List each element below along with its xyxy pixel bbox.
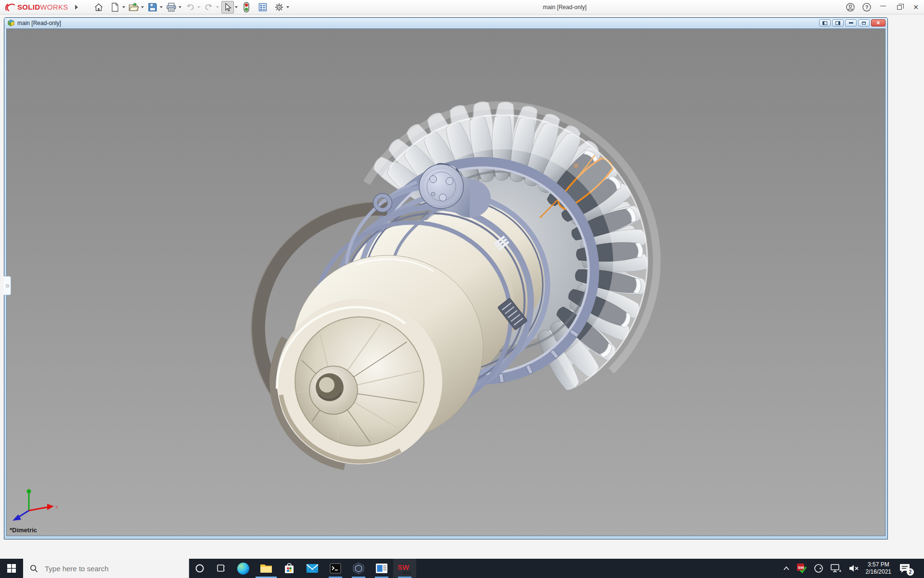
logo-text-solid: SOLID [17, 3, 40, 11]
undo-icon [185, 2, 195, 12]
svg-text:2021: 2021 [402, 571, 411, 575]
file-properties-icon [258, 2, 268, 12]
report-window-icon [375, 563, 388, 574]
cortana-button[interactable] [189, 559, 210, 578]
open-button[interactable] [128, 1, 140, 13]
doc-minimize-button[interactable] [845, 19, 857, 26]
select-cursor-icon [223, 2, 232, 12]
undo-button[interactable] [184, 1, 196, 13]
solidworks-logo-mark [5, 2, 15, 12]
print-dropdown[interactable] [179, 6, 181, 8]
help-icon: ? [862, 2, 872, 12]
taskbar-clock[interactable]: 3:57 PM 2/16/2021 [866, 561, 891, 576]
rebuild-traffic-light-icon [243, 2, 250, 13]
doc-pane-right-button[interactable] [832, 19, 844, 26]
taskbar-app-store[interactable] [278, 559, 301, 578]
save-dropdown[interactable] [160, 6, 163, 8]
windows-taskbar: SW 2021 SW 3:57 PM 2 [0, 559, 924, 578]
notification-badge: 2 [907, 568, 914, 576]
rebuild-button[interactable] [240, 1, 253, 13]
search-input[interactable] [44, 564, 164, 573]
file-properties-button[interactable] [257, 1, 269, 13]
restore-button[interactable] [891, 0, 908, 14]
home-button[interactable] [92, 1, 105, 13]
pane-right-icon [835, 21, 840, 25]
featuremanager-flyout-tab[interactable] [4, 276, 11, 295]
options-button[interactable] [273, 1, 285, 13]
document-window-controls: ✕ [819, 19, 886, 26]
minimize-button[interactable]: — [875, 0, 891, 14]
doc-pane-left-button[interactable] [819, 19, 831, 26]
clock-time: 3:57 PM [866, 561, 891, 568]
doc-restore-button[interactable] [858, 19, 870, 26]
taskbar-app-dev-hexagon[interactable] [347, 559, 370, 578]
task-view-button[interactable] [210, 559, 231, 578]
open-dropdown[interactable] [141, 6, 144, 8]
help-button[interactable]: ? [859, 0, 875, 14]
doc-close-icon: ✕ [876, 20, 880, 26]
app-window-title: main [Read-only] [543, 0, 587, 14]
redo-icon [204, 2, 214, 12]
assembly-document-icon [7, 19, 15, 27]
print-button[interactable] [165, 1, 178, 13]
taskbar-app-solidworks[interactable]: SW 2021 [393, 559, 416, 578]
doc-close-button[interactable]: ✕ [871, 19, 886, 26]
undo-dropdown[interactable] [197, 6, 200, 8]
windows-logo-icon [7, 564, 16, 573]
save-button[interactable] [146, 1, 159, 13]
svg-text:SW: SW [798, 565, 804, 570]
redo-button[interactable] [203, 1, 215, 13]
taskbar-search[interactable] [23, 559, 189, 578]
pane-left-icon [822, 21, 827, 25]
home-icon [94, 2, 103, 12]
new-file-dropdown[interactable] [122, 6, 125, 8]
system-tray: SW 3:57 PM 2/16/2021 [783, 559, 924, 578]
volume-muted-icon[interactable] [848, 564, 860, 573]
mail-icon [306, 564, 319, 573]
solidworks-tray-icon[interactable]: SW [796, 563, 807, 574]
exhaust-nozzle[interactable] [257, 255, 483, 467]
select-tool-button[interactable] [221, 1, 234, 13]
meet-now-icon[interactable] [813, 563, 824, 574]
view-orientation-label: *Dimetric [10, 526, 37, 534]
doc-restore-icon [862, 22, 866, 25]
taskbar-app-file-explorer[interactable] [255, 559, 278, 578]
options-dropdown[interactable] [286, 6, 289, 8]
taskbar-app-mail[interactable] [301, 559, 324, 578]
print-icon [166, 2, 177, 12]
save-icon [148, 2, 157, 12]
logo-text-works: WORKS [40, 3, 68, 11]
app-window-controls: ? — ✕ [842, 0, 924, 14]
store-icon [283, 563, 295, 574]
new-file-icon [111, 2, 119, 12]
account-icon [846, 2, 855, 12]
svg-text:?: ? [865, 4, 869, 10]
document-title: main [Read-only] [17, 20, 61, 26]
new-file-button[interactable] [109, 1, 121, 13]
close-button[interactable]: ✕ [908, 0, 924, 14]
hexagon-app-icon [352, 562, 365, 575]
redo-dropdown[interactable] [216, 6, 219, 8]
network-icon[interactable] [830, 564, 842, 573]
jet-engine-model[interactable]: x [7, 29, 886, 536]
command-prompt-icon [330, 563, 341, 574]
select-dropdown[interactable] [235, 6, 238, 8]
open-folder-icon [128, 2, 139, 12]
tray-expand-chevron-icon[interactable] [783, 565, 790, 571]
clock-date: 2/16/2021 [866, 568, 891, 576]
toolbar-expand-arrow[interactable] [75, 5, 78, 10]
document-titlebar[interactable]: main [Read-only] ✕ [4, 18, 887, 28]
restore-icon [897, 5, 902, 10]
graphics-viewport[interactable]: x *Dimetric [6, 28, 886, 536]
solidworks-logo[interactable]: SOLIDWORKS [0, 2, 68, 12]
orientation-triad: x [13, 489, 58, 521]
start-button[interactable] [0, 559, 23, 578]
flyout-tab-dot [6, 284, 9, 288]
action-center-button[interactable]: 2 [898, 561, 912, 576]
taskbar-app-report-window[interactable] [370, 559, 393, 578]
taskbar-app-edge[interactable] [231, 559, 255, 578]
task-view-icon [216, 564, 226, 573]
account-button[interactable] [842, 0, 859, 14]
taskbar-app-command-prompt[interactable] [324, 559, 347, 578]
solidworks-taskbar-icon: SW 2021 [397, 562, 413, 575]
